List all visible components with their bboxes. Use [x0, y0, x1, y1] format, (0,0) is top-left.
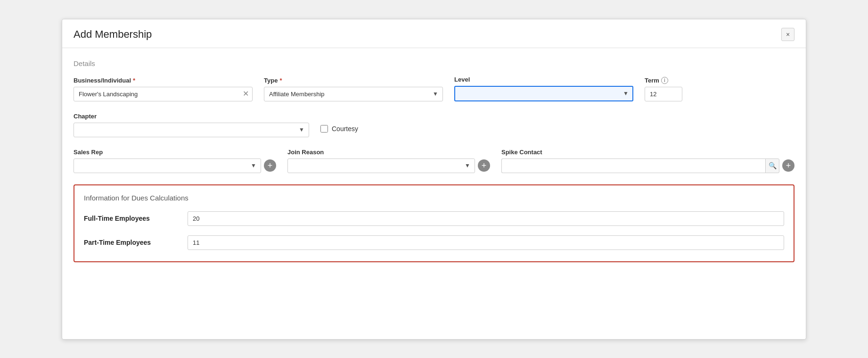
- part-time-employees-row: Part-Time Employees: [84, 235, 784, 250]
- spike-contact-input[interactable]: [501, 158, 766, 173]
- join-reason-select-wrapper: ▼: [287, 158, 475, 173]
- term-label: Term i: [645, 77, 682, 84]
- level-group: Level ▼: [454, 76, 633, 101]
- business-individual-input-wrapper: ✕: [74, 87, 253, 101]
- business-required-star: *: [133, 77, 135, 84]
- join-reason-input-wrapper: ▼ +: [287, 158, 490, 173]
- join-reason-group: Join Reason ▼ +: [287, 149, 490, 173]
- modal-body: Details Business/Individual * ✕ Type *: [62, 48, 806, 274]
- spike-contact-add-button[interactable]: +: [782, 159, 794, 172]
- spike-input-row: 🔍: [501, 158, 779, 173]
- chapter-label: Chapter: [74, 113, 309, 120]
- full-time-employees-input[interactable]: [188, 211, 784, 226]
- close-button[interactable]: ×: [781, 28, 794, 41]
- part-time-employees-label: Part-Time Employees: [84, 239, 178, 246]
- modal-header: Add Membership ×: [62, 19, 806, 48]
- row-salesrep-joinreason-spike: Sales Rep ▼ + Join Reason: [74, 149, 794, 173]
- spike-contact-label: Spike Contact: [501, 149, 794, 156]
- chapter-select-wrapper: ▼: [74, 123, 309, 137]
- full-time-employees-row: Full-Time Employees: [84, 211, 784, 226]
- join-reason-select[interactable]: [287, 158, 475, 173]
- courtesy-label: Courtesy: [332, 125, 358, 133]
- sales-rep-select[interactable]: [74, 158, 261, 173]
- join-reason-add-button[interactable]: +: [478, 159, 490, 172]
- dues-section: Information for Dues Calculations Full-T…: [74, 184, 794, 262]
- business-individual-input[interactable]: [74, 87, 253, 101]
- sales-rep-add-button[interactable]: +: [264, 159, 276, 172]
- sales-rep-select-wrapper: ▼: [74, 158, 261, 173]
- sales-rep-input-wrapper: ▼ +: [74, 158, 276, 173]
- courtesy-row: Courtesy: [320, 125, 358, 135]
- spike-contact-input-wrapper: 🔍 +: [501, 158, 794, 173]
- dues-section-label: Information for Dues Calculations: [84, 194, 784, 202]
- full-time-employees-label: Full-Time Employees: [84, 215, 178, 222]
- courtesy-group: Courtesy: [320, 125, 358, 137]
- courtesy-checkbox[interactable]: [320, 125, 328, 133]
- sales-rep-group: Sales Rep ▼ +: [74, 149, 276, 173]
- spike-contact-search-button[interactable]: 🔍: [765, 158, 779, 173]
- add-membership-modal: Add Membership × Details Business/Indivi…: [62, 19, 806, 340]
- type-select-wrapper: Affiliate Membership ▼: [264, 87, 443, 101]
- chapter-select[interactable]: [74, 123, 309, 137]
- chapter-group: Chapter ▼: [74, 113, 309, 137]
- sales-rep-label: Sales Rep: [74, 149, 276, 156]
- business-clear-button[interactable]: ✕: [243, 90, 249, 98]
- modal-title: Add Membership: [74, 28, 152, 41]
- row-business-type-level-term: Business/Individual * ✕ Type * Affiliate…: [74, 76, 794, 101]
- term-group: Term i: [645, 77, 682, 101]
- business-individual-group: Business/Individual * ✕: [74, 77, 253, 101]
- level-label: Level: [454, 76, 633, 83]
- type-select[interactable]: Affiliate Membership: [264, 87, 443, 101]
- row-chapter-courtesy: Chapter ▼ Courtesy: [74, 113, 794, 137]
- type-label: Type *: [264, 77, 443, 84]
- business-individual-label: Business/Individual *: [74, 77, 253, 84]
- term-info-icon[interactable]: i: [661, 77, 668, 84]
- part-time-employees-input[interactable]: [188, 235, 784, 250]
- type-group: Type * Affiliate Membership ▼: [264, 77, 443, 101]
- level-select[interactable]: [454, 86, 633, 101]
- spike-contact-group: Spike Contact 🔍 +: [501, 149, 794, 173]
- type-required-star: *: [279, 77, 282, 84]
- term-input[interactable]: [645, 87, 682, 101]
- details-section-label: Details: [74, 59, 794, 67]
- level-select-wrapper: ▼: [454, 86, 633, 101]
- join-reason-label: Join Reason: [287, 149, 490, 156]
